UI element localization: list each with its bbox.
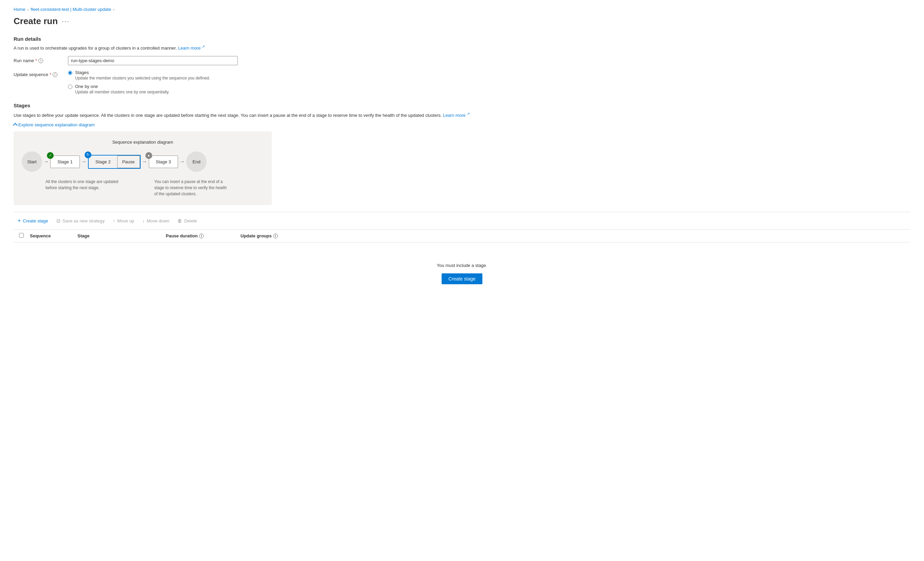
- one-by-one-radio[interactable]: [68, 85, 72, 89]
- save-icon: ⊟: [56, 218, 60, 223]
- sequence-diagram: Sequence explanation diagram Start → ✓ S…: [14, 132, 272, 205]
- stage3-box: Stage 3: [149, 156, 178, 168]
- one-by-one-label: One by one: [75, 84, 170, 89]
- empty-state-message: You must include a stage.: [20, 263, 904, 268]
- stage2-box: Stage 2: [88, 156, 117, 168]
- update-sequence-row: Update sequence * i Stages Update the me…: [14, 70, 910, 94]
- table-header: Sequence Stage Pause duration i Update g…: [14, 230, 910, 242]
- stage2-refresh-icon: ↻: [85, 151, 92, 158]
- radio-group: Stages Update the member clusters you se…: [68, 70, 238, 94]
- run-name-input[interactable]: [68, 56, 238, 65]
- empty-create-stage-button[interactable]: Create stage: [442, 273, 482, 284]
- save-as-new-strategy-button[interactable]: ⊟ Save as new strategy: [52, 216, 109, 226]
- stages-learn-more[interactable]: Learn more: [443, 113, 470, 118]
- breadcrumb-fleet[interactable]: fleet-consistent-test | Multi-cluster up…: [31, 7, 111, 12]
- th-stage: Stage: [78, 233, 166, 238]
- move-down-button[interactable]: Move down: [138, 216, 173, 226]
- stage2-group: ↻ Stage 2 Pause: [88, 155, 141, 169]
- more-options-icon[interactable]: ···: [62, 17, 70, 25]
- create-stage-button[interactable]: Create stage: [14, 215, 52, 226]
- page-header: Create run ···: [14, 16, 910, 27]
- stages-external-link-icon: [467, 113, 470, 118]
- create-stage-plus-icon: [18, 218, 21, 224]
- delete-icon: 🗑: [177, 218, 182, 223]
- delete-button[interactable]: 🗑 Delete: [173, 216, 201, 226]
- run-name-control: [68, 56, 238, 65]
- stage1-check-icon: ✓: [47, 152, 54, 159]
- arrow2: →: [80, 159, 88, 165]
- run-name-label: Run name * i: [14, 56, 68, 63]
- move-up-icon: [113, 218, 115, 223]
- diagram-notes: All the clusters in one stage are update…: [22, 179, 264, 197]
- update-sequence-label: Update sequence * i: [14, 70, 68, 77]
- stage3-group: ● Stage 3: [149, 156, 178, 168]
- run-name-required: *: [35, 58, 37, 63]
- breadcrumb-home[interactable]: Home: [14, 7, 26, 12]
- stage3-gray-icon: ●: [146, 152, 152, 159]
- run-details-learn-more[interactable]: Learn more: [178, 45, 205, 51]
- stage2-pause-group: Stage 2 Pause: [88, 155, 141, 169]
- th-groups: Update groups i: [240, 233, 278, 238]
- stages-label: Stages: [75, 70, 210, 75]
- arrow3: →: [141, 159, 149, 165]
- breadcrumb: Home › fleet-consistent-test | Multi-clu…: [14, 7, 910, 12]
- run-name-row: Run name * i: [14, 56, 910, 65]
- th-pause: Pause duration i: [166, 233, 240, 238]
- stages-radio[interactable]: [68, 70, 72, 75]
- stages-option[interactable]: Stages Update the member clusters you se…: [68, 70, 238, 81]
- breadcrumb-sep2: ›: [113, 7, 114, 12]
- pause-box: Pause: [117, 156, 140, 168]
- diagram-note1: All the clusters in one stage are update…: [45, 179, 120, 197]
- stages-desc: Update the member clusters you selected …: [75, 76, 210, 81]
- diagram-note2: You can insert a pause at the end of a s…: [154, 179, 229, 197]
- arrow1: →: [42, 159, 50, 165]
- run-name-info-icon[interactable]: i: [38, 58, 43, 63]
- one-by-one-option-content: One by one Update all member clusters on…: [75, 84, 170, 94]
- run-details-title: Run details: [14, 36, 910, 42]
- one-by-one-desc: Update all member clusters one by one se…: [75, 90, 170, 94]
- breadcrumb-sep1: ›: [27, 7, 29, 12]
- update-sequence-options: Stages Update the member clusters you se…: [68, 70, 238, 94]
- explore-link[interactable]: Explore sequence explanation diagram: [14, 122, 95, 127]
- empty-state: You must include a stage. Create stage: [14, 242, 910, 305]
- stage1-group: ✓ Stage 1: [50, 156, 80, 168]
- stages-title: Stages: [14, 103, 910, 108]
- run-details-desc: A run is used to orchestrate upgrades fo…: [14, 45, 910, 51]
- one-by-one-option[interactable]: One by one Update all member clusters on…: [68, 84, 238, 94]
- update-sequence-info-icon[interactable]: i: [52, 72, 57, 77]
- arrow4: →: [178, 159, 186, 165]
- external-link-icon: [202, 45, 205, 51]
- chevron-up-icon: [13, 123, 18, 128]
- diagram-start-node: Start: [22, 151, 42, 172]
- diagram-flow: Start → ✓ Stage 1 → ↻ Stage 2 Pause → ● …: [22, 151, 264, 172]
- diagram-title: Sequence explanation diagram: [22, 139, 264, 145]
- update-sequence-required: *: [50, 72, 51, 77]
- select-all-checkbox[interactable]: [19, 233, 24, 238]
- stages-section: Stages Use stages to define your update …: [14, 103, 910, 305]
- move-up-button[interactable]: Move up: [109, 216, 138, 226]
- page-title: Create run: [14, 16, 58, 27]
- pause-info-icon[interactable]: i: [199, 233, 204, 238]
- move-down-icon: [142, 218, 145, 223]
- stages-toolbar: Create stage ⊟ Save as new strategy Move…: [14, 212, 910, 230]
- stages-option-content: Stages Update the member clusters you se…: [75, 70, 210, 81]
- stages-description: Use stages to define your update sequenc…: [14, 111, 910, 119]
- run-details-section: Run details A run is used to orchestrate…: [14, 36, 910, 94]
- th-sequence: Sequence: [30, 233, 78, 238]
- groups-info-icon[interactable]: i: [273, 233, 278, 238]
- diagram-end-node: End: [186, 151, 207, 172]
- th-checkbox-col: [19, 233, 30, 239]
- stage1-box: Stage 1: [50, 156, 80, 168]
